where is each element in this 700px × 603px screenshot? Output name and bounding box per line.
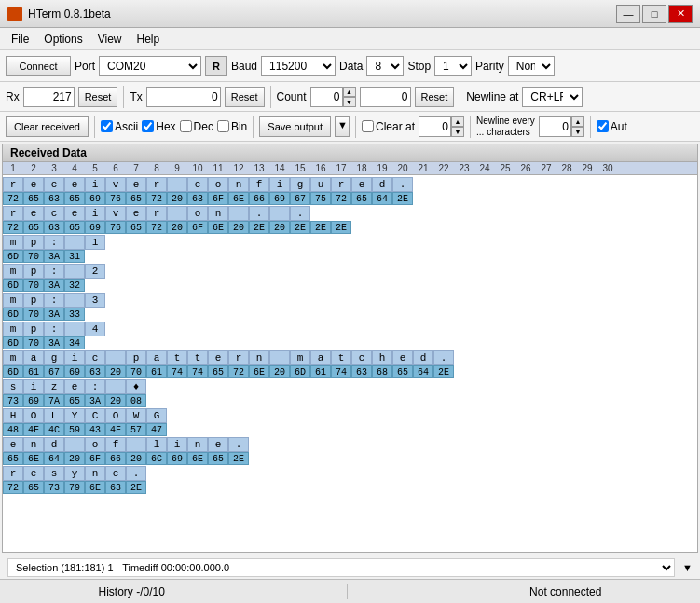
ascii-cell-0-3: e	[64, 177, 85, 192]
ascii-cell-4-0: m	[3, 293, 23, 308]
ascii-cell-4-4: 3	[85, 293, 105, 308]
ascii-cell-6-3: i	[64, 350, 85, 365]
clear-at-checkbox-group[interactable]: Clear at	[362, 120, 415, 133]
count-up-btn[interactable]: ▲	[343, 87, 356, 97]
hex-cell-9-5: 66	[105, 452, 126, 465]
ascii-cell-5-1: p	[23, 322, 44, 336]
hex-row-10: 726573796E632E	[3, 481, 697, 494]
ascii-cell-6-6: p	[126, 350, 146, 365]
ascii-cell-1-3: e	[64, 206, 85, 221]
data-block-4: mp: 36D703A33	[3, 293, 697, 321]
ascii-row-7: size: ♦	[3, 379, 697, 394]
reset3-button[interactable]: Reset	[415, 87, 455, 107]
minimize-button[interactable]: —	[616, 5, 640, 23]
count-down-btn[interactable]: ▼	[343, 97, 356, 107]
ascii-cell-7-5	[105, 379, 126, 394]
clear-at-down-btn[interactable]: ▼	[451, 127, 464, 137]
hex-cell-6-16: 74	[331, 365, 351, 378]
dec-checkbox[interactable]	[180, 120, 192, 132]
hex-cell-4-3: 33	[64, 308, 85, 321]
hex-cell-2-0: 6D	[3, 250, 23, 263]
baud-select[interactable]: 115200	[261, 56, 336, 76]
newline-label: Newline at	[466, 90, 518, 103]
clear-at-checkbox[interactable]	[362, 120, 374, 132]
newline-every-input[interactable]	[539, 116, 571, 137]
parity-select[interactable]: None	[508, 56, 555, 76]
ascii-cell-1-5: v	[105, 206, 126, 221]
toolbar-row-1: Connect Port COM20 R Baud 115200 Data 8 …	[0, 50, 700, 82]
reset2-button[interactable]: Reset	[225, 87, 265, 107]
count-input[interactable]	[310, 87, 343, 107]
auto-checkbox-group[interactable]: Aut	[597, 120, 627, 133]
column-header-row: 1 2 3 4 5 6 7 8 9 10 11 12 13 14 15 16 1…	[2, 162, 698, 175]
ascii-checkbox[interactable]	[101, 120, 113, 132]
menu-view[interactable]: View	[90, 31, 130, 48]
hex-cell-8-6: 57	[126, 423, 146, 436]
main-content: Received Data 1 2 3 4 5 6 7 8 9 10 11 12…	[0, 142, 700, 555]
port-r-button[interactable]: R	[205, 56, 227, 76]
hex-cell-6-7: 61	[146, 365, 167, 378]
hex-checkbox-group[interactable]: Hex	[142, 120, 175, 133]
hex-cell-9-4: 6F	[85, 452, 105, 465]
col-num-26: 26	[515, 163, 536, 173]
stop-select[interactable]: 1	[434, 56, 472, 76]
ascii-cell-6-5	[105, 350, 126, 365]
ascii-cell-8-4: C	[85, 408, 105, 423]
data-block-9: end of line.656E64206F66206C696E652E	[3, 437, 697, 465]
newline-every-sub: ... characters	[476, 127, 535, 138]
close-button[interactable]: ✕	[668, 5, 693, 23]
ascii-cell-5-4: 4	[85, 322, 105, 336]
hex-cell-1-14: 2E	[290, 221, 310, 234]
menu-file[interactable]: File	[4, 31, 36, 48]
hex-cell-9-9: 6E	[187, 452, 208, 465]
bin-checkbox[interactable]	[217, 120, 229, 132]
maximize-button[interactable]: □	[642, 5, 666, 23]
ascii-row-3: mp: 2	[3, 264, 697, 279]
hex-row-7: 73697A653A2008	[3, 394, 697, 407]
hex-cell-1-9: 6F	[187, 221, 208, 234]
connect-button[interactable]: Connect	[6, 56, 71, 76]
auto-checkbox[interactable]	[597, 120, 609, 132]
save-dropdown-btn[interactable]: ▼	[335, 116, 350, 137]
hex-cell-6-15: 61	[310, 365, 331, 378]
ascii-cell-6-2: g	[44, 350, 64, 365]
menu-help[interactable]: Help	[130, 31, 168, 48]
ascii-cell-7-6: ♦	[126, 379, 146, 394]
save-output-button[interactable]: Save output	[259, 116, 331, 137]
menu-options[interactable]: Options	[36, 31, 89, 48]
ascii-cell-1-1: e	[23, 206, 44, 221]
newline-every-up-btn[interactable]: ▲	[571, 116, 584, 127]
ascii-checkbox-group[interactable]: Ascii	[101, 120, 138, 133]
port-select[interactable]: COM20	[99, 56, 201, 76]
clear-at-spin: ▲ ▼	[419, 116, 464, 137]
dec-checkbox-group[interactable]: Dec	[180, 120, 213, 133]
sep4	[94, 116, 95, 138]
newline-every-down-btn[interactable]: ▼	[571, 127, 584, 137]
hex-cell-4-1: 70	[23, 308, 44, 321]
col-num-25: 25	[495, 163, 515, 173]
ascii-cell-1-6: e	[126, 206, 146, 221]
hex-cell-0-8: 20	[167, 192, 187, 205]
clear-at-input[interactable]	[419, 116, 451, 137]
hex-cell-6-9: 74	[187, 365, 208, 378]
hex-cell-2-2: 3A	[44, 250, 64, 263]
status-select[interactable]: Selection (181:181) 1 - Timediff 00:00:0…	[7, 558, 675, 577]
data-select[interactable]: 8	[366, 56, 404, 76]
col-num-19: 19	[372, 163, 392, 173]
ascii-cell-6-19: e	[392, 350, 413, 365]
col-num-23: 23	[454, 163, 474, 173]
hex-cell-10-4: 6E	[85, 481, 105, 494]
hex-cell-10-5: 63	[105, 481, 126, 494]
hex-checkbox[interactable]	[142, 120, 154, 132]
clear-received-button[interactable]: Clear received	[6, 116, 89, 137]
clear-at-up-btn[interactable]: ▲	[451, 116, 464, 127]
count-label: Count	[277, 90, 307, 103]
newline-every-group: Newline every ... characters	[476, 116, 535, 138]
reset1-button[interactable]: Reset	[78, 87, 118, 107]
bin-checkbox-group[interactable]: Bin	[217, 120, 247, 133]
ascii-cell-6-16: t	[331, 350, 351, 365]
data-scroll-area[interactable]: receiver configured.72656365697665722063…	[2, 175, 698, 553]
newline-select[interactable]: CR+LF	[522, 87, 583, 107]
ascii-cell-0-8	[167, 177, 187, 192]
hex-cell-1-11: 20	[228, 221, 249, 234]
